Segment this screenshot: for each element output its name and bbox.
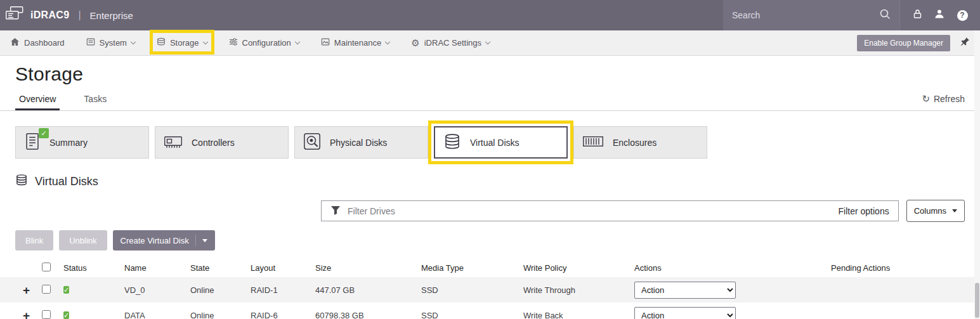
vd-state: Online bbox=[185, 311, 245, 319]
row-checkbox[interactable] bbox=[42, 310, 51, 319]
button-divider bbox=[195, 235, 196, 246]
system-icon bbox=[86, 37, 95, 48]
vd-layout: RAID-1 bbox=[245, 285, 310, 295]
idrac-logo-icon bbox=[5, 6, 24, 25]
virtual-disks-icon bbox=[443, 133, 461, 152]
section-virtual-disks: Virtual Disks bbox=[0, 159, 980, 190]
col-pending-actions: Pending Actions bbox=[826, 263, 980, 273]
card-summary[interactable]: ✓ Summary bbox=[15, 126, 149, 159]
status-ok-icon: ✓ bbox=[63, 286, 69, 294]
nav-item-configuration[interactable]: Configuration bbox=[229, 37, 299, 48]
nav-item-system[interactable]: System bbox=[86, 37, 135, 48]
nav-item-idrac-settings[interactable]: ⚙ iDRAC Settings bbox=[411, 38, 490, 48]
select-all-checkbox[interactable] bbox=[42, 263, 51, 271]
refresh-button[interactable]: ↻ Refresh bbox=[922, 93, 965, 110]
vd-media-type: SSD bbox=[416, 311, 518, 319]
vd-name: VD_0 bbox=[119, 285, 185, 295]
gear-icon: ⚙ bbox=[411, 38, 419, 48]
filter-funnel-icon bbox=[330, 205, 341, 218]
chevron-down-icon bbox=[485, 39, 490, 44]
idrac-page: iDRAC9 | Enterprise ? bbox=[0, 0, 980, 319]
vd-state: Online bbox=[185, 285, 245, 295]
sliders-icon bbox=[229, 37, 238, 48]
vd-write-policy: Write Through bbox=[518, 285, 629, 295]
tab-overview[interactable]: Overview bbox=[15, 89, 60, 110]
card-physical-disks[interactable]: Physical Disks bbox=[294, 126, 428, 159]
vd-media-type: SSD bbox=[416, 285, 518, 295]
search-input[interactable] bbox=[732, 10, 874, 20]
nav-label: Configuration bbox=[242, 38, 291, 48]
physical-disks-icon bbox=[303, 133, 321, 152]
scrollbar-thumb[interactable] bbox=[975, 283, 979, 318]
card-enclosures[interactable]: Enclosures bbox=[573, 126, 707, 159]
filter-options-link[interactable]: Filter options bbox=[839, 206, 889, 216]
chevron-down-icon bbox=[295, 39, 300, 44]
filter-drives-input[interactable] bbox=[348, 206, 832, 216]
nav-item-maintenance[interactable]: Maintenance bbox=[321, 37, 389, 48]
vertical-scrollbar[interactable] bbox=[974, 30, 980, 319]
caret-down-icon bbox=[202, 239, 207, 242]
nav-label: System bbox=[100, 38, 127, 48]
brand-edition: Enterprise bbox=[90, 10, 133, 21]
enable-group-manager-button[interactable]: Enable Group Manager bbox=[857, 35, 950, 51]
vd-size: 447.07 GB bbox=[310, 285, 416, 295]
card-label: Controllers bbox=[192, 138, 235, 148]
nav-item-storage[interactable]: Storage bbox=[157, 37, 207, 48]
col-size: Size bbox=[310, 263, 416, 273]
refresh-icon: ↻ bbox=[922, 93, 930, 105]
home-icon bbox=[10, 37, 20, 48]
main-nav: Dashboard System Storage bbox=[0, 30, 980, 56]
card-virtual-disks[interactable]: Virtual Disks bbox=[434, 126, 568, 159]
vd-write-policy: Write Back bbox=[518, 311, 629, 319]
lock-icon[interactable] bbox=[913, 9, 922, 22]
header-icon-group: ? bbox=[899, 0, 980, 30]
tab-bar: Overview Tasks ↻ Refresh bbox=[0, 89, 980, 111]
brand-name: iDRAC9 bbox=[30, 10, 69, 21]
row-action-select[interactable]: Action bbox=[634, 282, 736, 299]
filter-box: Filter options bbox=[321, 200, 899, 221]
table-header-row: Status Name State Layout Size Media Type… bbox=[0, 258, 980, 277]
card-label: Summary bbox=[49, 138, 88, 148]
user-icon[interactable] bbox=[934, 9, 944, 22]
brand-area: iDRAC9 | Enterprise bbox=[0, 6, 141, 25]
filter-row: Filter options Columns bbox=[0, 200, 980, 222]
row-checkbox[interactable] bbox=[42, 285, 51, 294]
search-icon[interactable] bbox=[879, 8, 891, 22]
columns-label: Columns bbox=[914, 206, 946, 216]
col-name: Name bbox=[119, 263, 185, 273]
col-layout: Layout bbox=[245, 263, 310, 273]
vd-size: 60798.38 GB bbox=[310, 311, 416, 319]
col-media-type: Media Type bbox=[416, 263, 518, 273]
table-row: + ✓ VD_0 Online RAID-1 447.07 GB SSD Wri… bbox=[0, 277, 980, 303]
page-title: Storage bbox=[0, 56, 980, 85]
maintenance-icon bbox=[321, 37, 330, 48]
unblink-button[interactable]: Unblink bbox=[59, 230, 107, 251]
chevron-down-icon bbox=[385, 39, 390, 44]
blink-button[interactable]: Blink bbox=[15, 230, 53, 251]
columns-button[interactable]: Columns bbox=[906, 200, 965, 222]
nav-right-group: Enable Group Manager bbox=[857, 35, 970, 51]
virtual-disks-icon bbox=[15, 174, 28, 190]
card-controllers[interactable]: Controllers bbox=[155, 126, 289, 159]
storage-category-cards: ✓ Summary Controllers Physical Disks bbox=[0, 111, 980, 159]
nav-item-dashboard[interactable]: Dashboard bbox=[10, 37, 65, 48]
refresh-label: Refresh bbox=[934, 94, 965, 104]
status-ok-icon: ✓ bbox=[63, 311, 69, 319]
pin-icon[interactable] bbox=[960, 37, 970, 49]
vd-toolbar: Blink Unblink Create Virtual Disk bbox=[0, 230, 980, 251]
nav-label: Storage bbox=[170, 38, 199, 48]
nav-label: Maintenance bbox=[334, 38, 381, 48]
chevron-down-icon bbox=[131, 39, 136, 44]
caret-down-icon bbox=[952, 209, 957, 212]
row-action-select[interactable]: Action bbox=[634, 307, 736, 319]
expand-row-icon[interactable]: + bbox=[20, 309, 30, 319]
app-header: iDRAC9 | Enterprise ? bbox=[0, 0, 980, 30]
storage-icon bbox=[157, 37, 166, 48]
col-status: Status bbox=[58, 263, 119, 273]
tab-tasks[interactable]: Tasks bbox=[80, 89, 110, 110]
help-icon[interactable]: ? bbox=[957, 10, 968, 21]
brand-separator: | bbox=[78, 10, 81, 21]
expand-row-icon[interactable]: + bbox=[20, 283, 30, 297]
chevron-down-icon bbox=[202, 39, 207, 44]
create-virtual-disk-button[interactable]: Create Virtual Disk bbox=[113, 230, 215, 251]
